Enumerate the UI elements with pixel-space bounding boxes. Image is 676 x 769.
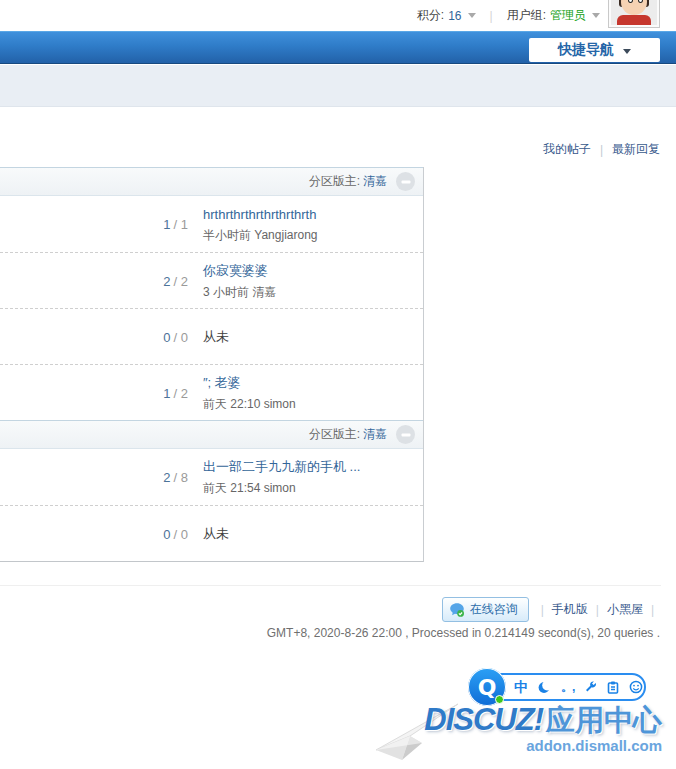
count-threads: 2 [163,273,170,288]
forum-counts: 2/ 8 [100,470,188,485]
smiley-icon[interactable] [629,680,643,694]
chevron-down-icon [468,13,476,18]
count-threads: 0 [163,329,170,344]
topbar-divider: | [490,9,493,23]
collapse-button[interactable] [396,172,415,191]
lastpost-never: 从未 [203,525,229,543]
quick-nav-label: 快捷导航 [558,41,614,59]
minus-icon [401,433,410,436]
footer-separator: | [596,603,599,617]
forum-row: 2/ 8 出一部二手九九新的手机 ... 前天 21:54 simon [0,449,423,505]
forum-counts: 0/ 0 [100,526,188,541]
credits-value: 16 [448,9,461,23]
forum-row: 0/ 0 从未 [0,505,423,561]
quicklinks-separator: | [600,143,603,157]
count-posts: / 0 [174,329,188,344]
footer-separator: | [541,603,544,617]
lastpost-block: ″; 老婆 前天 22:10 simon [203,373,296,413]
forum-counts: 1/ 2 [100,385,188,400]
online-consult-label: 在线咨询 [470,601,518,618]
ime-q-label: Q [478,675,497,700]
count-posts: / 2 [174,385,188,400]
footer-stats: GMT+8, 2020-8-26 22:00 , Processed in 0.… [267,626,660,640]
logo-brand: DISCUZ! [424,702,543,738]
main-navbar: 快捷导航 [0,31,676,64]
thread-link[interactable]: 你寂寞婆婆 [203,263,268,278]
topbar: 积分: 16 | 用户组: 管理员 [0,0,676,31]
moderator-label: 分区版主: [309,426,360,443]
forum-counts: 1/ 1 [100,217,188,232]
lastpost-block: 你寂寞婆婆 3 小时前 清嘉 [203,261,276,301]
forum-row: 1/ 2 ″; 老婆 前天 22:10 simon [0,364,423,420]
lastpost-info[interactable]: 3 小时前 清嘉 [203,284,276,301]
count-threads: 1 [163,217,170,232]
count-threads: 0 [163,526,170,541]
forum-counts: 0/ 0 [100,329,188,344]
avatar[interactable] [608,0,660,28]
count-threads: 1 [163,385,170,400]
forum-counts: 2/ 2 [100,273,188,288]
credits-dropdown[interactable]: 积分: 16 [417,7,476,24]
thread-link[interactable]: 出一部二手九九新的手机 ... [203,459,360,474]
category-header: 分区版主: 清嘉 [0,167,423,196]
lastpost-block: 从未 [203,328,229,346]
breadcrumb-band [0,65,676,107]
category-header: 分区版主: 清嘉 [0,420,423,449]
moderator-link[interactable]: 清嘉 [363,426,387,443]
logo-text[interactable]: DISCUZ! 应用中心 [424,701,662,741]
logo-domain[interactable]: addon.dismall.com [526,737,662,754]
count-threads: 2 [163,470,170,485]
moderator-link[interactable]: 清嘉 [363,173,387,190]
blacklist-link[interactable]: 小黑屋 [607,601,643,618]
thread-link[interactable]: hrthrthrthrthrthrthrth [203,207,316,222]
thread-link[interactable]: ″; 老婆 [203,375,241,390]
wrench-icon[interactable] [584,681,597,694]
credits-label: 积分: [417,7,444,24]
topbar-user-info: 积分: 16 | 用户组: 管理员 [417,0,600,31]
lastpost-info[interactable]: 半小时前 Yangjiarong [203,227,318,244]
lastpost-block: 从未 [203,525,229,543]
forum-rows: 1/ 1 hrthrthrthrthrthrthrth 半小时前 Yangjia… [0,196,423,420]
latest-replies-link[interactable]: 最新回复 [612,141,660,158]
lastpost-info[interactable]: 前天 21:54 simon [203,480,360,497]
forum-rows: 2/ 8 出一部二手九九新的手机 ... 前天 21:54 simon 0/ 0… [0,449,423,561]
online-consult-button[interactable]: 在线咨询 [442,597,529,622]
lastpost-info[interactable]: 前天 22:10 simon [203,396,296,413]
lastpost-block: 出一部二手九九新的手机 ... 前天 21:54 simon [203,457,360,497]
clipboard-icon[interactable] [607,681,619,694]
forum-panel: 分区版主: 清嘉 1/ 1 hrthrthrthrthrthrthrth 半小时… [0,167,424,562]
qq-chat-icon [449,602,465,618]
my-posts-link[interactable]: 我的帖子 [543,141,591,158]
collapse-button[interactable] [396,425,415,444]
logo-suffix: 应用中心 [546,701,662,741]
ime-language-button[interactable]: 中 [514,680,528,694]
usergroup-label: 用户组: [507,7,546,24]
page: 积分: 16 | 用户组: 管理员 快捷导航 [0,0,676,769]
mobile-version-link[interactable]: 手机版 [552,601,588,618]
quick-nav-button[interactable]: 快捷导航 [529,38,660,62]
lastpost-block: hrthrthrthrthrthrthrth 半小时前 Yangjiarong [203,205,318,244]
forum-row: 0/ 0 从未 [0,308,423,364]
minus-icon [401,180,410,183]
chevron-down-icon [592,13,600,18]
count-posts: / 0 [174,526,188,541]
avatar-image [611,0,657,25]
footer-separator: | [651,603,654,617]
quicklinks: 我的帖子 | 最新回复 [543,141,660,158]
moon-icon[interactable] [538,681,551,694]
count-posts: / 1 [174,217,188,232]
footer-divider [0,585,661,586]
chevron-down-icon [623,49,631,54]
count-posts: / 2 [174,273,188,288]
usergroup-dropdown[interactable]: 用户组: 管理员 [507,7,600,24]
footer-links: 在线咨询 | 手机版 | 小黑屋 | [442,597,662,622]
ime-pill: 中 。, [484,673,646,701]
lastpost-never: 从未 [203,328,229,346]
count-posts: / 8 [174,470,188,485]
forum-row: 1/ 1 hrthrthrthrthrthrthrth 半小时前 Yangjia… [0,196,423,252]
usergroup-value: 管理员 [550,7,586,24]
forum-row: 2/ 2 你寂寞婆婆 3 小时前 清嘉 [0,252,423,308]
moderator-label: 分区版主: [309,173,360,190]
ime-punctuation-button[interactable]: 。, [561,681,574,693]
